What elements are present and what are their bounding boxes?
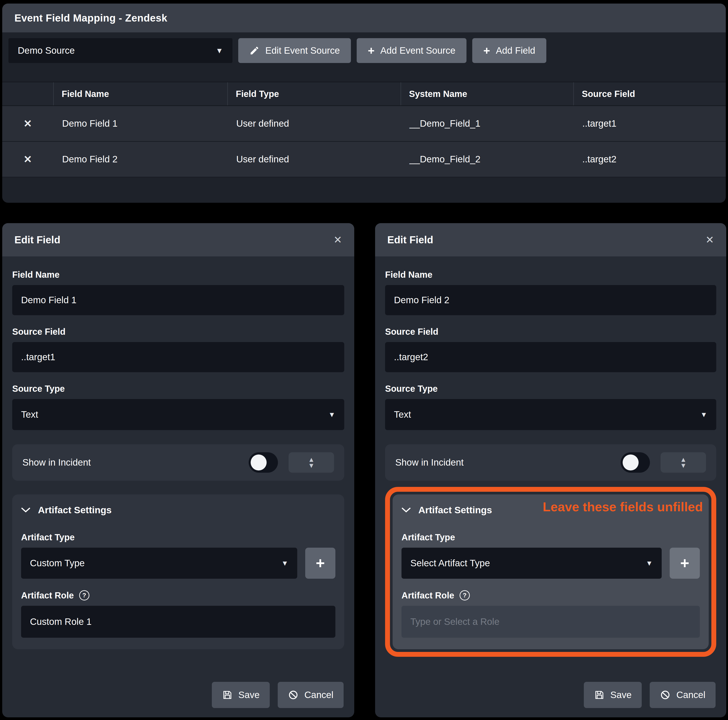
save-icon <box>594 689 605 700</box>
show-in-incident-toggle[interactable] <box>621 452 650 473</box>
artifact-settings-header[interactable]: Artifact Settings <box>21 504 335 515</box>
order-stepper[interactable]: ▲ ▼ <box>661 452 706 473</box>
dialog-title: Edit Field <box>14 234 60 246</box>
show-in-incident-label: Show in Incident <box>22 457 91 468</box>
source-type-select[interactable]: Text ▼ <box>12 399 344 430</box>
cancel-label: Cancel <box>676 689 705 700</box>
stepper-up-icon: ▲ <box>308 457 315 462</box>
show-in-incident-toggle[interactable] <box>249 452 278 473</box>
dialog-actions: Save Cancel <box>212 682 344 708</box>
artifact-role-input[interactable] <box>21 606 335 638</box>
field-name-input[interactable] <box>12 285 344 315</box>
header-field-name: Field Name <box>53 82 227 105</box>
field-table-header: Field Name Field Type System Name Source… <box>2 82 726 106</box>
source-type-label: Source Type <box>12 384 344 394</box>
event-field-mapping-window: Event Field Mapping - Zendesk Demo Sourc… <box>2 3 726 203</box>
artifact-role-input[interactable] <box>401 606 700 638</box>
event-source-select[interactable]: Demo Source ▼ <box>8 38 232 63</box>
source-field-label: Source Field <box>385 327 716 337</box>
add-artifact-type-button[interactable]: + <box>305 548 335 579</box>
cell-field-name: Demo Field 2 <box>53 142 227 177</box>
source-field-label: Source Field <box>12 327 344 337</box>
artifact-settings-title: Artifact Settings <box>418 504 492 515</box>
dialog-title: Edit Field <box>387 234 433 246</box>
source-type-select[interactable]: Text ▼ <box>385 399 716 430</box>
dialog-actions: Save Cancel <box>584 682 716 708</box>
cell-field-name: Demo Field 1 <box>53 106 227 141</box>
delete-row-icon[interactable]: ✕ <box>23 118 32 130</box>
delete-row-icon[interactable]: ✕ <box>23 153 32 165</box>
source-type-value: Text <box>21 409 38 420</box>
save-button[interactable]: Save <box>212 682 270 708</box>
cell-field-type: User defined <box>227 142 401 177</box>
artifact-type-select[interactable]: Custom Type ▼ <box>21 548 297 579</box>
cancel-icon <box>288 689 298 700</box>
table-row[interactable]: ✕ Demo Field 1 User defined __Demo_Field… <box>2 106 726 142</box>
artifact-type-value: Select Artifact Type <box>410 558 490 569</box>
stepper-up-icon: ▲ <box>680 457 687 462</box>
chevron-down-icon <box>21 508 31 513</box>
artifact-role-label-text: Artifact Role <box>21 590 74 601</box>
stepper-down-icon: ▼ <box>308 462 315 468</box>
artifact-settings-panel: Leave these fields unfilled Artifact Set… <box>393 494 709 649</box>
cancel-icon <box>660 689 671 700</box>
chevron-down-icon <box>401 508 411 513</box>
source-field-input[interactable] <box>385 342 716 372</box>
dialog-header: Edit Field ✕ <box>2 223 354 257</box>
help-icon[interactable]: ? <box>79 590 89 601</box>
add-event-source-label: Add Event Source <box>381 45 456 56</box>
show-in-incident-label: Show in Incident <box>395 457 463 468</box>
source-type-value: Text <box>394 409 411 420</box>
cell-field-type: User defined <box>227 106 401 141</box>
artifact-settings-title: Artifact Settings <box>38 504 112 515</box>
field-name-input[interactable] <box>385 285 716 315</box>
add-field-button[interactable]: + Add Field <box>472 38 546 63</box>
save-button[interactable]: Save <box>584 682 642 708</box>
add-event-source-button[interactable]: + Add Event Source <box>357 38 466 63</box>
chevron-down-icon: ▼ <box>700 411 707 419</box>
header-field-type: Field Type <box>227 82 401 105</box>
table-row[interactable]: ✕ Demo Field 2 User defined __Demo_Field… <box>2 142 726 177</box>
event-source-select-value: Demo Source <box>18 45 75 56</box>
toolbar: Demo Source ▼ Edit Event Source + Add Ev… <box>2 32 726 69</box>
dialog-body: Field Name Source Field Source Type Text… <box>2 257 354 717</box>
add-artifact-type-button[interactable]: + <box>670 548 700 579</box>
cancel-button[interactable]: Cancel <box>278 682 344 708</box>
highlight-outline: Leave these fields unfilled Artifact Set… <box>385 487 716 657</box>
cell-system-name: __Demo_Field_2 <box>401 142 574 177</box>
field-name-label: Field Name <box>385 270 716 280</box>
source-type-label: Source Type <box>385 384 716 394</box>
chevron-down-icon: ▼ <box>646 559 653 567</box>
edit-event-source-button[interactable]: Edit Event Source <box>238 38 351 63</box>
artifact-type-select[interactable]: Select Artifact Type ▼ <box>401 548 662 579</box>
dialog-body: Field Name Source Field Source Type Text… <box>375 257 726 717</box>
cell-system-name: __Demo_Field_1 <box>401 106 574 141</box>
field-name-label: Field Name <box>12 270 344 280</box>
source-field-input[interactable] <box>12 342 344 372</box>
annotation-text: Leave these fields unfilled <box>543 499 703 514</box>
toggle-knob <box>622 454 639 471</box>
window-title-bar: Event Field Mapping - Zendesk <box>2 3 726 32</box>
save-label: Save <box>610 689 632 700</box>
cancel-button[interactable]: Cancel <box>650 682 716 708</box>
artifact-role-label: Artifact Role ? <box>401 590 700 601</box>
close-icon[interactable]: ✕ <box>705 234 714 246</box>
edit-field-dialog-2: Edit Field ✕ Field Name Source Field Sou… <box>375 223 726 717</box>
edit-event-source-label: Edit Event Source <box>265 45 340 56</box>
close-icon[interactable]: ✕ <box>333 234 342 246</box>
chevron-down-icon: ▼ <box>328 411 335 419</box>
toggle-knob <box>251 454 267 471</box>
artifact-settings-panel: Artifact Settings Artifact Type Custom T… <box>12 494 344 649</box>
chevron-down-icon: ▼ <box>281 559 288 567</box>
header-delete-column <box>2 82 53 105</box>
help-icon[interactable]: ? <box>460 590 470 601</box>
cancel-label: Cancel <box>304 689 333 700</box>
artifact-role-label-text: Artifact Role <box>401 590 454 601</box>
header-system-name: System Name <box>401 82 574 105</box>
header-source-field: Source Field <box>574 82 726 105</box>
save-icon <box>222 689 233 700</box>
artifact-type-label: Artifact Type <box>21 532 335 542</box>
order-stepper[interactable]: ▲ ▼ <box>289 452 334 473</box>
add-field-label: Add Field <box>496 45 535 56</box>
dialog-header: Edit Field ✕ <box>375 223 726 257</box>
